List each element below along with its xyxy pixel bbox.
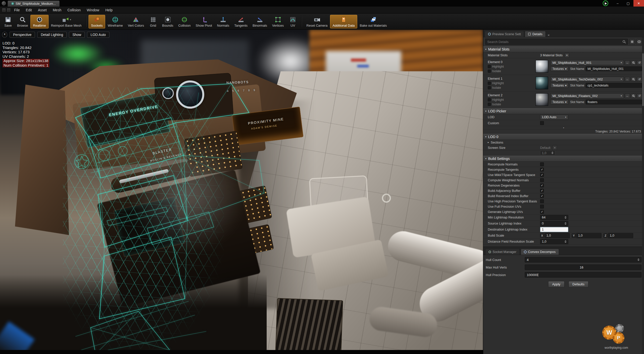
show-menu-button[interactable]: Show: [69, 32, 85, 38]
textures-dropdown[interactable]: Textures▾: [550, 83, 569, 88]
highlight-checkbox[interactable]: [488, 82, 491, 85]
save-button[interactable]: Save: [2, 15, 15, 28]
build-scale-y-input[interactable]: 1,0: [576, 233, 601, 238]
reset-camera-button[interactable]: Reset Camera: [304, 15, 330, 28]
isolate-checkbox[interactable]: [488, 70, 491, 73]
normals-toggle[interactable]: Normals: [215, 15, 232, 28]
mikktspace-checkbox[interactable]: [540, 173, 544, 177]
slot-name-field[interactable]: MI_ShipModules_Hull_001: [586, 66, 642, 71]
apply-button[interactable]: Apply: [548, 281, 565, 287]
asset-tab[interactable]: SM_ShipModule_Medium...: [8, 1, 60, 7]
highlight-checkbox[interactable]: [488, 65, 491, 68]
category-build-settings[interactable]: ▾ Build Settings: [483, 156, 644, 162]
menu-file[interactable]: File: [11, 7, 23, 13]
vertices-toggle[interactable]: Vertices: [270, 15, 286, 28]
textures-dropdown[interactable]: Textures▾: [550, 66, 569, 71]
category-material-slots[interactable]: ▾ Material Slots: [483, 46, 644, 52]
build-scale-x-input[interactable]: 1,0: [545, 233, 570, 238]
add-material-slot-button[interactable]: +: [565, 53, 569, 58]
remove-degenerates-checkbox[interactable]: [540, 184, 544, 187]
binormals-toggle[interactable]: Binormals: [250, 15, 270, 28]
menu-asset[interactable]: Asset: [35, 7, 50, 13]
source-lightmap-input[interactable]: 0: [540, 221, 568, 226]
sections-row[interactable]: ▸ Sections: [483, 140, 644, 145]
use-selected-asset-icon[interactable]: ←: [625, 77, 630, 81]
view-mode-button[interactable]: Detail Lighting: [37, 32, 67, 38]
slot-name-field[interactable]: floaters: [586, 100, 642, 104]
textures-dropdown[interactable]: Textures▾: [550, 100, 569, 104]
menu-mesh[interactable]: Mesh: [50, 7, 64, 13]
tab-details[interactable]: Details: [525, 31, 546, 37]
hull-count-input[interactable]: 4: [525, 257, 641, 262]
slot-name-field[interactable]: cp1_techdetails: [586, 83, 642, 88]
add-screen-size-button[interactable]: +: [552, 145, 557, 150]
highlight-checkbox[interactable]: [488, 98, 491, 101]
menu-help[interactable]: Help: [102, 7, 116, 13]
tab-preview-scene-settings[interactable]: Preview Scene Sett: [485, 31, 524, 37]
reset-asset-icon[interactable]: ↺: [637, 94, 642, 98]
browse-asset-icon[interactable]: [631, 94, 636, 98]
tab-convex-decomposition[interactable]: Convex Decompos: [521, 249, 559, 255]
lod-auto-button[interactable]: LOD Auto: [87, 32, 109, 38]
wireframe-toggle[interactable]: Wireframe: [105, 15, 125, 28]
tab-close-icon[interactable]: ✕: [547, 34, 550, 37]
category-lod-picker[interactable]: ▾ LOD Picker: [483, 108, 644, 114]
uv-toggle[interactable]: UV: [286, 15, 299, 28]
isolate-checkbox[interactable]: [488, 103, 491, 106]
close-button[interactable]: ✕: [633, 0, 644, 7]
menu-window[interactable]: Window: [84, 7, 102, 13]
viewport-options-button[interactable]: ▾: [2, 32, 7, 38]
defaults-button[interactable]: Defaults: [569, 281, 589, 287]
perspective-button[interactable]: Perspective: [10, 32, 35, 38]
visibility-eye-icon[interactable]: [636, 39, 642, 45]
search-details-input[interactable]: Search Details: [485, 39, 628, 45]
browse-asset-icon[interactable]: [631, 60, 636, 65]
max-hull-verts-slider[interactable]: 16: [525, 264, 641, 270]
reset-asset-icon[interactable]: ↺: [637, 60, 642, 65]
additional-data-toggle[interactable]: Additional Data: [330, 15, 357, 28]
material-dropdown[interactable]: MI_ShipModules_TechDetails_002▾: [550, 77, 624, 82]
custom-checkbox[interactable]: [540, 121, 544, 125]
details-scrollbar-thumb[interactable]: [642, 53, 644, 106]
full-precision-uvs-checkbox[interactable]: [540, 205, 544, 208]
bake-out-materials-button[interactable]: Bake out Materials: [357, 15, 389, 28]
material-dropdown[interactable]: MI_ShipModules_Floaters_002▾: [550, 93, 624, 98]
lod-dropdown[interactable]: LOD Auto▾: [540, 115, 568, 120]
use-selected-asset-icon[interactable]: ←: [625, 60, 630, 65]
menu-edit[interactable]: Edit: [23, 7, 35, 13]
destination-lightmap-input[interactable]: 1: [540, 227, 568, 232]
recompute-normals-checkbox[interactable]: [540, 162, 544, 166]
weighted-normals-checkbox[interactable]: [540, 178, 544, 182]
min-lightmap-input[interactable]: 64: [540, 215, 568, 220]
material-thumbnail[interactable]: [536, 60, 548, 73]
section-expander[interactable]: ▾: [483, 126, 644, 129]
reversed-index-buffer-checkbox[interactable]: [540, 194, 544, 198]
show-pivot-toggle[interactable]: Show Pivot: [193, 15, 215, 28]
distance-field-input[interactable]: 1,0: [540, 239, 568, 244]
category-lod0[interactable]: ▾ LOD 0: [483, 134, 644, 140]
collision-toggle[interactable]: Collision: [176, 15, 193, 28]
use-selected-asset-icon[interactable]: ←: [625, 94, 630, 98]
high-precision-tangent-checkbox[interactable]: [540, 199, 544, 203]
restore-button[interactable]: ▢: [623, 0, 633, 7]
realtime-toggle[interactable]: Realtime: [30, 15, 48, 28]
minimize-button[interactable]: –: [612, 0, 623, 7]
sockets-toggle[interactable]: Sockets: [89, 15, 105, 28]
adjacency-buffer-checkbox[interactable]: [540, 189, 544, 193]
grid-toggle[interactable]: Grid: [147, 15, 160, 28]
hull-precision-input[interactable]: 100000: [525, 272, 641, 278]
material-thumbnail[interactable]: [536, 77, 548, 89]
material-thumbnail[interactable]: [536, 93, 548, 106]
bounds-toggle[interactable]: Bounds: [160, 15, 176, 28]
details-scrollbar-track[interactable]: [642, 37, 644, 354]
reimport-base-mesh-button[interactable]: ▾ Reimport Base Mesh: [49, 15, 84, 28]
tangents-toggle[interactable]: Tangents: [232, 15, 250, 28]
screen-size-value[interactable]: 1,0: [540, 150, 555, 155]
view-options-grid-icon[interactable]: [629, 39, 635, 45]
tab-socket-manager[interactable]: Socket Manager: [485, 249, 520, 255]
material-dropdown[interactable]: MI_ShipModules_Hull_001▾: [550, 60, 624, 65]
vert-colors-toggle[interactable]: Vert Colors: [125, 15, 146, 28]
build-scale-z-input[interactable]: 1,0: [608, 233, 633, 238]
viewport-3d[interactable]: NANOBOTS 4 5 6 7 8 9 ENERGY OVERDRIVE PR…: [0, 30, 483, 354]
browse-button[interactable]: Browse: [15, 15, 30, 28]
